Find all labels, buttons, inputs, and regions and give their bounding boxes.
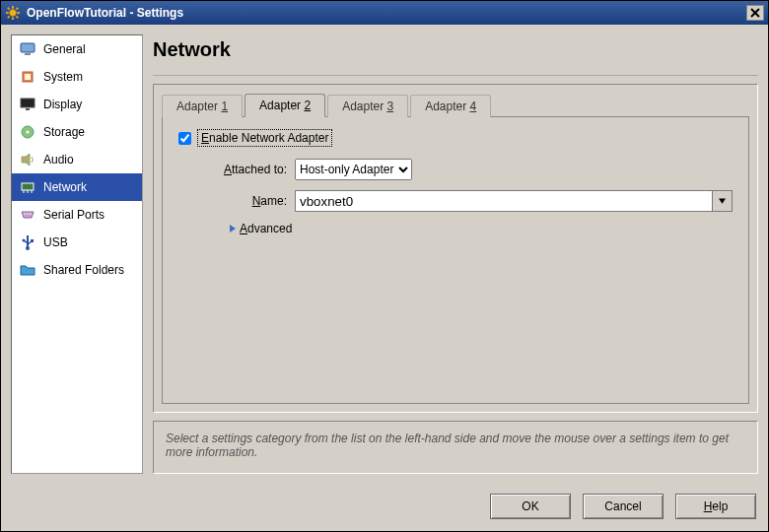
tab-adapter-4[interactable]: Adapter 4 — [410, 95, 491, 117]
tab-strip: Adapter 1 Adapter 2 Adapter 3 Adapter 4 — [154, 86, 757, 117]
page-title: Network — [153, 34, 758, 67]
help-button[interactable]: Help — [675, 494, 756, 519]
svg-marker-24 — [22, 212, 34, 218]
sidebar: General System Display Storage Audio Net… — [11, 34, 143, 474]
svg-point-29 — [26, 246, 30, 250]
enable-adapter-checkbox[interactable] — [178, 132, 191, 145]
sidebar-item-usb[interactable]: USB — [12, 229, 142, 256]
tab-adapter-2[interactable]: Adapter 2 — [245, 94, 325, 117]
svg-marker-19 — [22, 154, 30, 166]
usb-icon — [20, 234, 35, 250]
tab-adapter-3[interactable]: Adapter 3 — [327, 95, 408, 117]
svg-line-8 — [17, 8, 19, 10]
advanced-toggle[interactable]: Advanced — [230, 222, 733, 235]
svg-line-5 — [8, 8, 10, 10]
network-icon — [20, 179, 35, 195]
display-icon — [20, 97, 35, 112]
titlebar: OpenFlowTutorial - Settings — [1, 1, 768, 25]
chevron-down-icon — [719, 198, 726, 204]
content-box: Adapter 1 Adapter 2 Adapter 3 Adapter 4 … — [153, 84, 758, 413]
name-input[interactable] — [295, 190, 713, 212]
sidebar-item-network[interactable]: Network — [12, 173, 142, 201]
chip-icon — [20, 69, 35, 85]
gear-icon — [5, 5, 21, 21]
svg-rect-16 — [26, 108, 30, 110]
enable-adapter-row: Enable Network Adapter — [178, 129, 733, 147]
svg-point-0 — [10, 10, 17, 17]
serial-icon — [20, 207, 35, 223]
attached-to-select[interactable]: Host-only Adapter — [295, 159, 412, 180]
sidebar-item-label: Shared Folders — [43, 263, 124, 277]
window-title: OpenFlowTutorial - Settings — [27, 6, 746, 20]
svg-rect-14 — [25, 74, 31, 80]
sidebar-item-label: Display — [43, 98, 82, 111]
close-icon — [750, 8, 760, 18]
sidebar-item-general[interactable]: General — [12, 35, 142, 63]
name-dropdown-button[interactable] — [713, 190, 733, 212]
sidebar-item-storage[interactable]: Storage — [12, 118, 142, 146]
sidebar-item-label: USB — [43, 235, 68, 249]
divider — [153, 75, 758, 76]
close-button[interactable] — [746, 5, 764, 21]
ok-button[interactable]: OK — [490, 494, 571, 519]
svg-rect-20 — [22, 183, 34, 190]
settings-window: OpenFlowTutorial - Settings General Syst… — [0, 0, 769, 532]
name-combo — [295, 190, 733, 212]
svg-point-25 — [24, 213, 26, 215]
advanced-label: Advanced — [240, 222, 292, 235]
svg-marker-34 — [719, 198, 726, 203]
svg-point-18 — [27, 131, 30, 134]
sidebar-item-shared-folders[interactable]: Shared Folders — [12, 256, 142, 284]
sidebar-item-label: General — [43, 42, 86, 56]
attached-to-row: Attached to: Host-only Adapter — [178, 159, 733, 180]
sidebar-item-label: Network — [43, 180, 87, 194]
main-pane: Network Adapter 1 Adapter 2 Adapter 3 Ad… — [153, 34, 758, 474]
name-label: Name: — [178, 194, 287, 208]
sidebar-item-system[interactable]: System — [12, 63, 142, 91]
svg-point-27 — [30, 213, 32, 215]
attached-to-label: Attached to: — [178, 163, 287, 176]
sidebar-item-label: Storage — [43, 125, 85, 139]
cancel-button[interactable]: Cancel — [583, 494, 664, 519]
folder-icon — [20, 262, 35, 278]
help-text-box: Select a settings category from the list… — [153, 421, 758, 474]
window-body: General System Display Storage Audio Net… — [1, 25, 768, 484]
button-bar: OK Cancel Help — [1, 484, 768, 531]
sidebar-item-audio[interactable]: Audio — [12, 146, 142, 173]
monitor-icon — [20, 41, 35, 57]
svg-rect-11 — [21, 43, 35, 52]
triangle-right-icon — [230, 225, 236, 233]
svg-line-7 — [8, 17, 10, 19]
sidebar-item-display[interactable]: Display — [12, 91, 142, 118]
tab-panel: Enable Network Adapter Attached to: Host… — [162, 116, 749, 404]
sidebar-item-label: Audio — [43, 153, 74, 166]
sidebar-item-label: System — [43, 70, 83, 84]
enable-adapter-label: Enable Network Adapter — [197, 129, 332, 147]
svg-rect-12 — [25, 53, 31, 55]
speaker-icon — [20, 152, 35, 167]
sidebar-item-serial-ports[interactable]: Serial Ports — [12, 201, 142, 229]
svg-rect-15 — [21, 99, 35, 107]
sidebar-item-label: Serial Ports — [43, 208, 105, 222]
disk-icon — [20, 124, 35, 140]
svg-point-26 — [27, 213, 29, 215]
tab-adapter-1[interactable]: Adapter 1 — [162, 95, 243, 117]
svg-line-6 — [17, 17, 19, 19]
name-row: Name: — [178, 190, 733, 212]
